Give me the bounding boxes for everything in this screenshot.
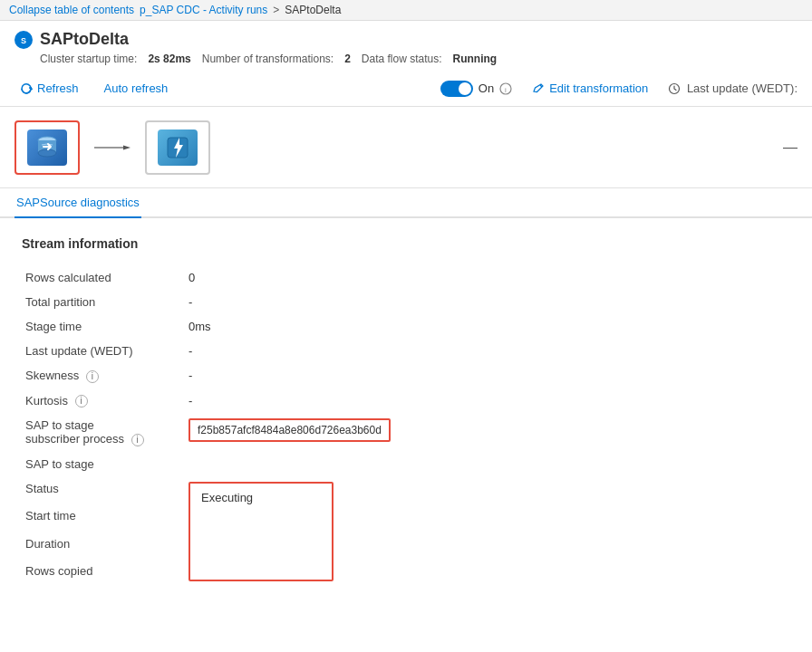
title-row: S SAPtoDelta <box>14 30 798 49</box>
flow-node-1-inner <box>27 129 67 166</box>
flow-connector <box>94 140 130 155</box>
page-icon: S <box>14 31 33 49</box>
table-row: SAP to stagesubscriber process i f25b857… <box>22 413 790 452</box>
connector-arrow <box>94 140 130 155</box>
table-row: Total partition - <box>22 290 790 314</box>
row-value: f25b857afcf8484a8e806d726ea3b60d <box>185 413 790 452</box>
minimize-button[interactable]: — <box>783 139 798 156</box>
table-row: Last update (WEDT) - <box>22 339 790 363</box>
auto-refresh-button[interactable]: Auto refresh <box>99 78 174 99</box>
row-value: 0ms <box>185 314 790 339</box>
cluster-startup-label: Cluster startup time: <box>40 53 137 65</box>
edit-icon <box>532 82 545 95</box>
page-header: S SAPtoDelta Cluster startup time: 2s 82… <box>0 21 812 71</box>
data-flow-value: Running <box>453 53 498 65</box>
refresh-icon <box>20 82 33 95</box>
breadcrumb-sep1: > <box>273 4 279 16</box>
row-value: - <box>185 290 790 314</box>
refresh-label: Refresh <box>37 82 79 95</box>
source-node-icon <box>33 133 62 162</box>
num-transform-value: 2 <box>344 53 351 65</box>
row-value: - <box>185 363 790 388</box>
table-row: SAP to stage <box>22 452 790 476</box>
row-label: Total partition <box>22 290 185 314</box>
stream-info-title: Stream information <box>22 236 790 251</box>
clock-icon <box>668 82 681 95</box>
svg-text:i: i <box>505 86 507 94</box>
duration-label: Duration <box>22 532 185 560</box>
row-label: Rows calculated <box>22 265 185 290</box>
diagnostics-tabs: SAPSource diagnostics <box>0 188 812 218</box>
auto-refresh-label: Auto refresh <box>104 82 169 95</box>
last-update-label: Last update (WEDT): <box>668 82 798 96</box>
table-row: Stage time 0ms <box>22 314 790 339</box>
table-row: Rows calculated 0 <box>22 265 790 290</box>
toggle-on-label: On <box>478 82 494 95</box>
toggle-switch[interactable] <box>440 81 473 97</box>
toolbar: Refresh Auto refresh On i Edit transform… <box>0 71 812 107</box>
main-content: Stream information Rows calculated 0 Tot… <box>0 218 812 605</box>
num-transform-label: Number of transformations: <box>202 53 334 65</box>
kurtosis-info-icon: i <box>75 395 88 408</box>
rows-copied-label: Rows copied <box>22 559 185 587</box>
start-time-label: Start time <box>22 503 185 532</box>
cluster-startup-value: 2s 82ms <box>148 53 190 65</box>
table-row: Skewness i - <box>22 363 790 388</box>
sap-subscriber-info-icon: i <box>131 434 144 446</box>
row-label: Stage time <box>22 314 185 339</box>
row-value <box>185 452 790 476</box>
status-value: Executing <box>201 491 253 504</box>
breadcrumb-bar: Collapse table of contents p_SAP CDC - A… <box>0 0 812 21</box>
svg-marker-9 <box>123 145 130 149</box>
table-row: Status Executing <box>22 476 790 504</box>
status-box: Executing <box>188 482 334 581</box>
flow-node-2-inner <box>158 129 198 166</box>
row-value: - <box>185 388 790 414</box>
breadcrumb-current: SAPtoDelta <box>285 4 341 16</box>
row-value: - <box>185 339 790 363</box>
svg-point-7 <box>38 149 56 157</box>
edit-transformation-label: Edit transformation <box>549 82 648 95</box>
page-title: SAPtoDelta <box>40 30 129 49</box>
row-value: 0 <box>185 265 790 290</box>
sap-to-stage-header: SAP to stage <box>22 452 185 476</box>
skewness-info-icon: i <box>86 370 99 383</box>
flow-node-1[interactable] <box>14 120 80 175</box>
toggle-group: On i <box>440 81 512 97</box>
row-label: Kurtosis i <box>22 388 185 414</box>
row-label: Last update (WEDT) <box>22 339 185 363</box>
info-icon: i <box>499 82 512 95</box>
refresh-button[interactable]: Refresh <box>14 78 84 99</box>
breadcrumb-parent[interactable]: p_SAP CDC - Activity runs <box>140 4 267 16</box>
edit-transformation-button[interactable]: Edit transformation <box>527 78 653 99</box>
svg-text:S: S <box>21 36 26 45</box>
stream-info-table: Rows calculated 0 Total partition - Stag… <box>22 265 790 587</box>
subscriber-id-highlight: f25b857afcf8484a8e806d726ea3b60d <box>188 418 391 442</box>
row-label: SAP to stagesubscriber process i <box>22 413 185 452</box>
tab-sapsource-diagnostics[interactable]: SAPSource diagnostics <box>14 188 141 218</box>
data-flow-label: Data flow status: <box>362 53 442 65</box>
table-row: Kurtosis i - <box>22 388 790 414</box>
flow-area: — <box>0 107 812 188</box>
collapse-table-btn[interactable]: Collapse table of contents <box>9 4 134 16</box>
transform-node-icon <box>163 133 192 162</box>
flow-node-2[interactable] <box>145 120 210 175</box>
meta-row: Cluster startup time: 2s 82ms Number of … <box>14 53 798 65</box>
row-label: Skewness i <box>22 363 185 388</box>
status-label: Status <box>22 476 185 504</box>
status-box-cell: Executing <box>185 476 790 587</box>
